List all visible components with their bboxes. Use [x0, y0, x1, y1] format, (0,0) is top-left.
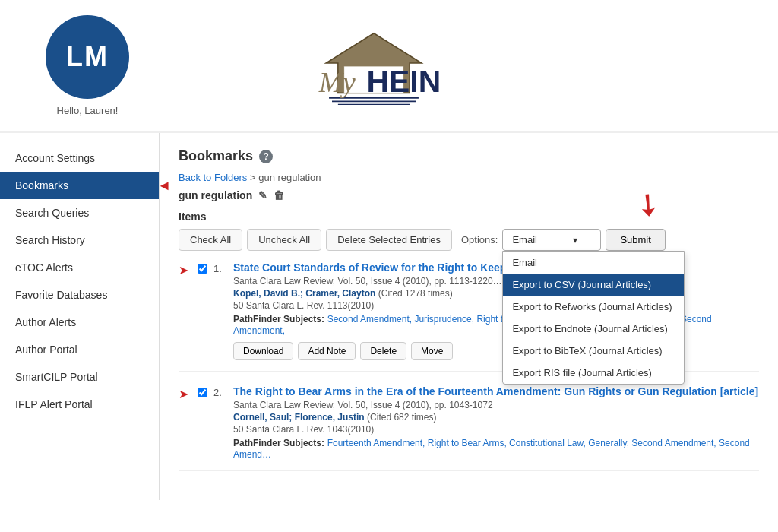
result2-meta: Santa Clara Law Review, Vol. 50, Issue 4… — [233, 400, 759, 410]
result2-pathfinder: PathFinder Subjects: Fourteenth Amendmen… — [233, 437, 759, 460]
dropdown-trigger[interactable]: Email — [502, 229, 601, 251]
breadcrumb-current: gun regulation — [258, 172, 321, 183]
breadcrumb: Back to Folders > gun regulation — [179, 172, 759, 183]
items-label: Items — [179, 211, 759, 223]
check-all-button[interactable]: Check All — [179, 229, 242, 251]
result1-move-btn[interactable]: Move — [411, 342, 453, 360]
main-layout: Account Settings Bookmarks Search Querie… — [0, 133, 778, 500]
dropdown-item-export-endnote[interactable]: Export to Endnote (Journal Articles) — [503, 318, 684, 340]
folder-name-row: gun regulation ✎ 🗑 — [179, 189, 759, 201]
toolbar: Check All Uncheck All Delete Selected En… — [179, 229, 759, 251]
sidebar-item-search-queries[interactable]: Search Queries — [0, 199, 159, 226]
dropdown-item-email[interactable]: Email — [503, 252, 684, 274]
dropdown-item-export-bibtex[interactable]: Export to BibTeX (Journal Articles) — [503, 340, 684, 362]
sidebar: Account Settings Bookmarks Search Querie… — [0, 133, 160, 500]
result1-arrow: ➤ — [179, 263, 188, 277]
result2-title[interactable]: The Right to Bear Arms in the Era of the… — [233, 385, 759, 397]
logo-area: My HEIN — [129, 21, 618, 112]
result2-checkbox[interactable] — [198, 388, 207, 397]
submit-button[interactable]: Submit — [606, 229, 665, 251]
result2-content: The Right to Bear Arms in the Era of the… — [233, 385, 759, 460]
options-label: Options: — [461, 234, 498, 245]
dropdown-item-export-refworks[interactable]: Export to Refworks (Journal Articles) — [503, 296, 684, 318]
sidebar-item-author-portal[interactable]: Author Portal — [0, 336, 159, 363]
result2-arrow: ➤ — [179, 387, 188, 401]
avatar-initials: LM — [66, 41, 109, 73]
user-info: LM Hello, Lauren! — [46, 15, 129, 116]
header: LM Hello, Lauren! My HEIN — [0, 0, 778, 133]
svg-text:HEIN: HEIN — [367, 63, 441, 98]
selected-option-label: Email — [512, 234, 537, 245]
sidebar-item-iflp-alert-portal[interactable]: IFLP Alert Portal — [0, 391, 159, 418]
sidebar-item-search-history[interactable]: Search History — [0, 226, 159, 254]
delete-selected-button[interactable]: Delete Selected Entries — [326, 229, 452, 251]
result1-number: 1. — [213, 263, 227, 274]
help-icon[interactable]: ? — [259, 150, 273, 163]
result2-citation: 50 Santa Clara L. Rev. 1043(2010) — [233, 424, 759, 435]
sidebar-item-favorite-databases[interactable]: Favorite Databases — [0, 281, 159, 309]
sidebar-item-account-settings[interactable]: Account Settings — [0, 144, 159, 172]
uncheck-all-button[interactable]: Uncheck All — [247, 229, 321, 251]
dropdown-item-export-ris[interactable]: Export RIS file (Journal Articles) — [503, 362, 684, 384]
sidebar-item-bookmarks[interactable]: Bookmarks — [0, 172, 159, 199]
sidebar-item-author-alerts[interactable]: Author Alerts — [0, 309, 159, 336]
back-to-folders-link[interactable]: Back to Folders — [179, 172, 247, 183]
result2-number: 2. — [213, 387, 227, 398]
edit-folder-icon[interactable]: ✎ — [258, 189, 267, 201]
folder-name: gun regulation — [179, 189, 252, 201]
result1-addnote-btn[interactable]: Add Note — [298, 342, 356, 360]
avatar: LM — [46, 15, 129, 99]
svg-text:My: My — [318, 65, 356, 97]
result2-authors: Cornell, Saul; Florence, Justin (Cited 6… — [233, 412, 759, 423]
sidebar-item-smartcilp-portal[interactable]: SmartCILP Portal — [0, 363, 159, 391]
result1-delete-btn[interactable]: Delete — [360, 342, 406, 360]
dropdown-item-export-csv[interactable]: Export to CSV (Journal Articles) — [503, 274, 684, 296]
result1-checkbox[interactable] — [198, 264, 207, 274]
dropdown-menu: Email Export to CSV (Journal Articles) E… — [502, 251, 685, 385]
result-row-2: ➤ 2. The Right to Bear Arms in the Era o… — [179, 385, 759, 460]
options-dropdown[interactable]: Email Email Export to CSV (Journal Artic… — [502, 229, 601, 251]
greeting-text: Hello, Lauren! — [57, 105, 119, 116]
content-area: Bookmarks ? Back to Folders > gun regula… — [160, 133, 778, 500]
sidebar-item-etoc-alerts[interactable]: eTOC Alerts — [0, 254, 159, 281]
result1-download-btn[interactable]: Download — [233, 342, 293, 360]
myhein-logo: My HEIN — [290, 21, 457, 112]
bookmarks-title: Bookmarks ? — [179, 148, 759, 164]
result-item-2: ➤ 2. The Right to Bear Arms in the Era o… — [179, 385, 759, 471]
delete-folder-icon[interactable]: 🗑 — [274, 189, 284, 201]
